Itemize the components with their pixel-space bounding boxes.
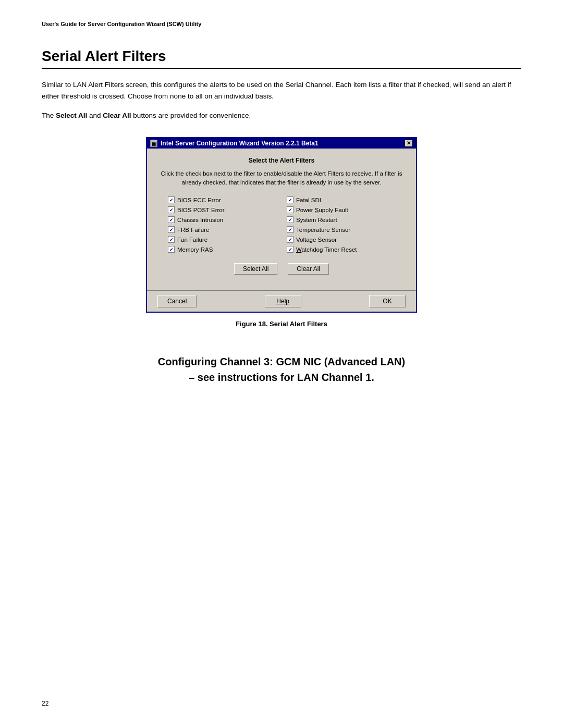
checkbox-item[interactable]: Fatal SDI xyxy=(287,196,395,203)
bios-post-error-label: BIOS POST Error xyxy=(177,207,225,213)
figure-container: ▣ Intel Server Configuration Wizard Vers… xyxy=(42,137,521,328)
chassis-intrusion-checkbox[interactable] xyxy=(168,216,175,223)
dialog-window: ▣ Intel Server Configuration Wizard Vers… xyxy=(146,137,417,313)
fan-failure-checkbox[interactable] xyxy=(168,236,175,243)
temperature-sensor-label: Temperature Sensor xyxy=(296,227,350,233)
power-supply-fault-checkbox[interactable] xyxy=(287,206,293,213)
dialog-heading: Select the Alert Filters xyxy=(157,157,406,164)
checkbox-item[interactable]: Chassis Intrusion xyxy=(168,216,276,223)
ok-button[interactable]: OK xyxy=(369,295,406,307)
dialog-buttons-row: Select All Clear All xyxy=(157,263,406,275)
checkbox-item[interactable]: Memory RAS xyxy=(168,246,276,253)
power-supply-fault-label: Power Supply Fault xyxy=(296,207,348,213)
checkbox-item[interactable]: BIOS POST Error xyxy=(168,206,276,213)
bios-post-error-checkbox[interactable] xyxy=(168,206,175,213)
frb-failure-label: FRB Failure xyxy=(177,227,209,233)
fatal-sdi-checkbox[interactable] xyxy=(287,196,293,203)
section-heading: Configuring Channel 3: GCM NIC (Advanced… xyxy=(42,354,521,385)
bios-ecc-error-checkbox[interactable] xyxy=(168,196,175,203)
system-restart-checkbox[interactable] xyxy=(287,216,293,223)
dialog-titlebar: ▣ Intel Server Configuration Wizard Vers… xyxy=(147,138,416,149)
checkbox-grid: BIOS ECC Error Fatal SDI BIOS POST Error… xyxy=(168,196,395,253)
fatal-sdi-label: Fatal SDI xyxy=(296,197,321,203)
checkbox-item[interactable]: Power Supply Fault xyxy=(287,206,395,213)
bios-ecc-error-label: BIOS ECC Error xyxy=(177,197,221,203)
close-button[interactable]: ✕ xyxy=(405,140,413,147)
memory-ras-label: Memory RAS xyxy=(177,246,213,253)
checkbox-item[interactable]: Fan Failure xyxy=(168,236,276,243)
titlebar-icon: ▣ xyxy=(150,140,157,147)
help-button[interactable]: Help xyxy=(265,295,301,307)
doc-header: User's Guide for Server Configuration Wi… xyxy=(42,21,521,27)
figure-caption: Figure 18. Serial Alert Filters xyxy=(236,320,327,328)
checkbox-item[interactable]: BIOS ECC Error xyxy=(168,196,276,203)
memory-ras-checkbox[interactable] xyxy=(168,246,175,253)
select-all-button[interactable]: Select All xyxy=(234,263,277,275)
voltage-sensor-checkbox[interactable] xyxy=(287,236,293,243)
page-title: Serial Alert Filters xyxy=(42,48,521,69)
body-paragraph-1: Similar to LAN Alert Filters screen, thi… xyxy=(42,79,521,102)
dialog-description: Click the check box next to the filter t… xyxy=(157,169,406,188)
checkbox-item[interactable]: System Restart xyxy=(287,216,395,223)
voltage-sensor-label: Voltage Sensor xyxy=(296,237,337,243)
body-paragraph-2: The Select All and Clear All buttons are… xyxy=(42,110,521,121)
page-number: 22 xyxy=(42,700,48,707)
checkbox-item[interactable]: Watchdog Timer Reset xyxy=(287,246,395,253)
dialog-title: Intel Server Configuration Wizard Versio… xyxy=(161,140,319,147)
checkbox-item[interactable]: Voltage Sensor xyxy=(287,236,395,243)
frb-failure-checkbox[interactable] xyxy=(168,226,175,233)
checkbox-item[interactable]: Temperature Sensor xyxy=(287,226,395,233)
chassis-intrusion-label: Chassis Intrusion xyxy=(177,217,223,223)
watchdog-timer-reset-label: Watchdog Timer Reset xyxy=(296,246,357,253)
cancel-button[interactable]: Cancel xyxy=(157,295,197,307)
checkbox-item[interactable]: FRB Failure xyxy=(168,226,276,233)
system-restart-label: System Restart xyxy=(296,217,337,223)
temperature-sensor-checkbox[interactable] xyxy=(287,226,293,233)
dialog-footer: Cancel Help OK xyxy=(147,290,416,312)
clear-all-button[interactable]: Clear All xyxy=(288,263,329,275)
watchdog-timer-reset-checkbox[interactable] xyxy=(287,246,293,253)
fan-failure-label: Fan Failure xyxy=(177,237,207,243)
